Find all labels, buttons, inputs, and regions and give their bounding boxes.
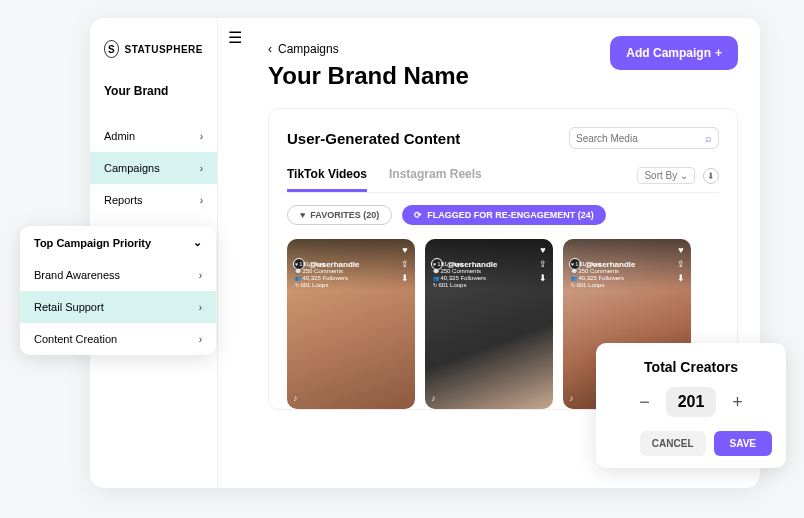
increment-button[interactable]: + <box>732 392 743 413</box>
plus-icon: + <box>715 46 722 60</box>
creators-actions: CANCEL SAVE <box>610 431 772 456</box>
brand-logo-icon: S <box>104 40 119 58</box>
priority-item-label: Retail Support <box>34 301 104 313</box>
search-media-wrap[interactable]: ⌕ <box>569 127 719 149</box>
tabs-right: Sort By ⌄ ⬇ <box>637 167 719 192</box>
nav-list: Admin › Campaigns › Reports › <box>90 120 217 216</box>
nav-item-campaigns[interactable]: Campaigns › <box>90 152 217 184</box>
breadcrumb-label: Campaigns <box>278 42 339 56</box>
priority-dropdown-header[interactable]: Top Campaign Priority ⌄ <box>20 226 216 259</box>
filters-row: ♥ FAVORITES (20) ⟳ FLAGGED FOR RE-ENGAGE… <box>287 205 719 225</box>
video-stats: 101 Likes 250 Comments 40,325 Followers … <box>571 261 624 288</box>
your-brand-heading: Your Brand <box>90 76 217 106</box>
brand-logo-row: S STATUSPHERE <box>90 40 217 76</box>
loops-stat: 601 Loops <box>433 282 486 288</box>
chevron-down-icon: ⌄ <box>193 236 202 249</box>
total-creators-card: Total Creators − 201 + CANCEL SAVE <box>596 343 786 468</box>
refresh-icon: ⟳ <box>414 210 422 220</box>
comments-stat: 250 Comments <box>433 268 486 274</box>
likes-stat: 101 Likes <box>571 261 624 267</box>
chevron-down-icon: ⌄ <box>680 170 688 181</box>
comments-stat: 250 Comments <box>571 268 624 274</box>
loops-stat: 601 Loops <box>295 282 348 288</box>
priority-item-label: Brand Awareness <box>34 269 120 281</box>
heart-icon[interactable]: ♥ <box>678 245 683 255</box>
priority-item-content-creation[interactable]: Content Creation › <box>20 323 216 355</box>
priority-item-retail-support[interactable]: Retail Support › <box>20 291 216 323</box>
video-side-icons: ♥ ⇪ ⬇ <box>677 245 685 283</box>
priority-item-label: Content Creation <box>34 333 117 345</box>
favorites-label: FAVORITES (20) <box>310 210 379 220</box>
share-icon[interactable]: ⇪ <box>401 259 409 269</box>
filter-flagged-pill[interactable]: ⟳ FLAGGED FOR RE-ENGAGEMENT (24) <box>402 205 606 225</box>
share-icon[interactable]: ⇪ <box>677 259 685 269</box>
chevron-right-icon: › <box>199 270 202 281</box>
chevron-right-icon: › <box>199 334 202 345</box>
tiktok-icon: ♪ <box>293 393 298 403</box>
cancel-button[interactable]: CANCEL <box>640 431 706 456</box>
nav-item-reports[interactable]: Reports › <box>90 184 217 216</box>
video-card[interactable]: @userhandle ♥ ⇪ ⬇ 101 Likes 250 Comments… <box>287 239 415 409</box>
chevron-right-icon: › <box>199 302 202 313</box>
chevron-right-icon: › <box>200 195 203 206</box>
download-icon[interactable]: ⬇ <box>539 273 547 283</box>
decrement-button[interactable]: − <box>639 392 650 413</box>
share-icon[interactable]: ⇪ <box>539 259 547 269</box>
video-card[interactable]: @userhandle ♥ ⇪ ⬇ 101 Likes 250 Comments… <box>425 239 553 409</box>
search-icon: ⌕ <box>705 132 712 144</box>
followers-stat: 40,325 Followers <box>295 275 348 281</box>
sort-by-dropdown[interactable]: Sort By ⌄ <box>637 167 695 184</box>
loops-stat: 601 Loops <box>571 282 624 288</box>
save-button[interactable]: SAVE <box>714 431 773 456</box>
likes-stat: 101 Likes <box>433 261 486 267</box>
heart-icon[interactable]: ♥ <box>540 245 545 255</box>
download-icon[interactable]: ⬇ <box>703 168 719 184</box>
download-icon[interactable]: ⬇ <box>401 273 409 283</box>
chevron-left-icon: ‹ <box>268 42 272 56</box>
tiktok-icon: ♪ <box>431 393 436 403</box>
quantity-stepper: − 201 + <box>610 387 772 417</box>
heart-icon: ♥ <box>300 210 305 220</box>
card-header-row: User-Generated Content ⌕ <box>287 127 719 149</box>
chevron-right-icon: › <box>200 131 203 142</box>
priority-dropdown-card: Top Campaign Priority ⌄ Brand Awareness … <box>20 226 216 355</box>
followers-stat: 40,325 Followers <box>433 275 486 281</box>
creators-count-value: 201 <box>666 387 717 417</box>
brand-name: STATUSPHERE <box>125 44 203 55</box>
flagged-label: FLAGGED FOR RE-ENGAGEMENT (24) <box>427 210 594 220</box>
search-input[interactable] <box>576 133 705 144</box>
video-stats: 101 Likes 250 Comments 40,325 Followers … <box>433 261 486 288</box>
tabs: TikTok Videos Instagram Reels <box>287 167 482 192</box>
comments-stat: 250 Comments <box>295 268 348 274</box>
sort-by-label: Sort By <box>644 170 677 181</box>
heart-icon[interactable]: ♥ <box>402 245 407 255</box>
video-side-icons: ♥ ⇪ ⬇ <box>539 245 547 283</box>
nav-label: Reports <box>104 194 143 206</box>
nav-item-admin[interactable]: Admin › <box>90 120 217 152</box>
tabs-row: TikTok Videos Instagram Reels Sort By ⌄ … <box>287 167 719 193</box>
priority-header-label: Top Campaign Priority <box>34 237 151 249</box>
video-stats: 101 Likes 250 Comments 40,325 Followers … <box>295 261 348 288</box>
tab-tiktok-videos[interactable]: TikTok Videos <box>287 167 367 192</box>
filter-favorites-pill[interactable]: ♥ FAVORITES (20) <box>287 205 392 225</box>
chevron-right-icon: › <box>200 163 203 174</box>
hamburger-icon[interactable]: ☰ <box>228 28 242 47</box>
priority-item-brand-awareness[interactable]: Brand Awareness › <box>20 259 216 291</box>
followers-stat: 40,325 Followers <box>571 275 624 281</box>
nav-label: Campaigns <box>104 162 160 174</box>
add-campaign-label: Add Campaign <box>626 46 711 60</box>
ugc-title: User-Generated Content <box>287 130 460 147</box>
tab-instagram-reels[interactable]: Instagram Reels <box>389 167 482 192</box>
video-side-icons: ♥ ⇪ ⬇ <box>401 245 409 283</box>
download-icon[interactable]: ⬇ <box>677 273 685 283</box>
total-creators-title: Total Creators <box>610 359 772 375</box>
tiktok-icon: ♪ <box>569 393 574 403</box>
likes-stat: 101 Likes <box>295 261 348 267</box>
nav-label: Admin <box>104 130 135 142</box>
add-campaign-button[interactable]: Add Campaign + <box>610 36 738 70</box>
